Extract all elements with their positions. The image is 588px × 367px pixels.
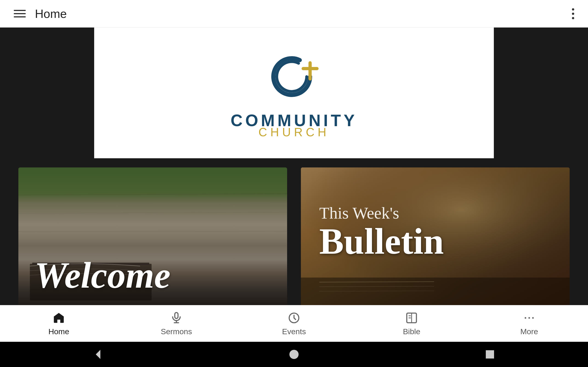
logo-container: COMMUNITY CHURCH bbox=[231, 47, 357, 139]
home-button[interactable] bbox=[287, 348, 301, 361]
welcome-card[interactable]: Welcome bbox=[18, 167, 287, 305]
hamburger-menu-button[interactable] bbox=[14, 10, 26, 17]
nav-label-sermons: Sermons bbox=[161, 327, 192, 336]
bottom-nav: Home Sermons Events bbox=[0, 305, 588, 342]
cards-section: Welcome bbox=[0, 158, 588, 305]
svg-rect-17 bbox=[175, 313, 178, 319]
dots-icon bbox=[522, 311, 536, 325]
clock-icon bbox=[287, 311, 301, 325]
logo-text-main: COMMUNITY CHURCH bbox=[231, 111, 357, 139]
main-content: COMMUNITY CHURCH bbox=[0, 27, 588, 305]
home-icon bbox=[52, 311, 66, 325]
svg-point-26 bbox=[528, 317, 530, 319]
nav-label-bible: Bible bbox=[403, 327, 420, 336]
bulletin-card[interactable]: This Week's Bulletin bbox=[301, 167, 570, 305]
svg-point-25 bbox=[525, 317, 526, 319]
bulletin-card-text: This Week's Bulletin bbox=[319, 203, 551, 260]
svg-marker-28 bbox=[96, 350, 100, 359]
system-nav bbox=[0, 342, 588, 367]
nav-item-sermons[interactable]: Sermons bbox=[118, 311, 235, 336]
church-logo-graphic bbox=[264, 47, 324, 106]
nav-label-more: More bbox=[520, 327, 538, 336]
nav-item-more[interactable]: More bbox=[470, 311, 588, 336]
back-button[interactable] bbox=[91, 348, 105, 361]
bulletin-subtitle: This Week's bbox=[319, 203, 551, 223]
svg-point-29 bbox=[289, 350, 299, 359]
nav-item-home[interactable]: Home bbox=[0, 311, 118, 336]
logo-banner: COMMUNITY CHURCH bbox=[94, 27, 494, 158]
mic-icon bbox=[170, 311, 183, 325]
nav-label-home: Home bbox=[48, 327, 69, 336]
recents-button[interactable] bbox=[483, 348, 497, 361]
welcome-title: Welcome bbox=[35, 255, 170, 296]
book-icon bbox=[405, 311, 418, 325]
page-title: Home bbox=[35, 7, 67, 21]
svg-rect-30 bbox=[486, 350, 494, 359]
app-bar: Home bbox=[0, 0, 588, 27]
svg-point-27 bbox=[532, 317, 534, 319]
nav-label-events: Events bbox=[282, 327, 306, 336]
nav-item-events[interactable]: Events bbox=[235, 311, 353, 336]
app-bar-left: Home bbox=[14, 7, 67, 21]
bulletin-title: Bulletin bbox=[319, 223, 551, 260]
welcome-card-text: Welcome bbox=[35, 257, 271, 294]
nav-item-bible[interactable]: Bible bbox=[353, 311, 470, 336]
overflow-menu-button[interactable] bbox=[572, 8, 574, 19]
